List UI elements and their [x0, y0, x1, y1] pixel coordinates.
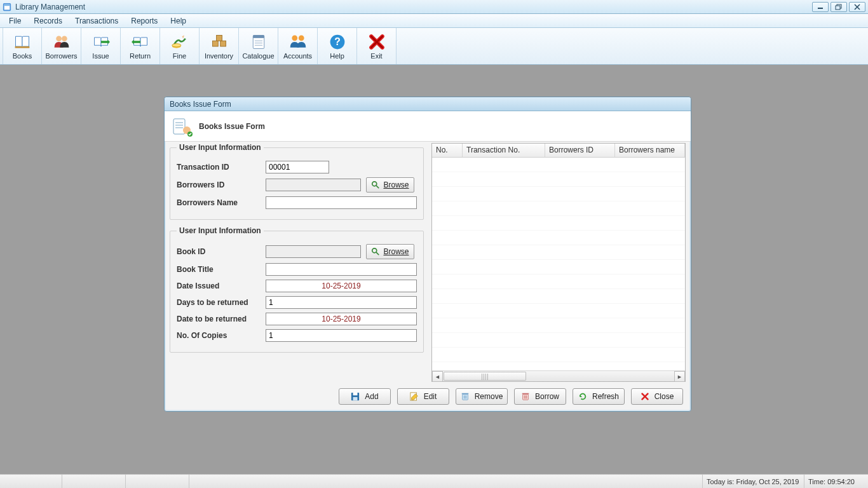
browse-label: Browse — [383, 180, 409, 189]
status-cell-1 — [0, 475, 62, 488]
edit-button[interactable]: Edit — [397, 388, 449, 405]
label-book-title: Book Title — [177, 265, 266, 274]
form-banner-icon — [172, 116, 193, 137]
button-label: Borrow — [535, 392, 559, 401]
refresh-button[interactable]: Refresh — [573, 388, 625, 405]
status-spacer — [189, 475, 703, 488]
svg-line-30 — [376, 186, 379, 188]
menu-file[interactable]: File — [3, 15, 27, 27]
svg-rect-11 — [212, 41, 218, 46]
book-icon — [13, 33, 31, 51]
svg-rect-34 — [353, 393, 358, 395]
grid-col-transaction[interactable]: Transaction No. — [463, 144, 545, 157]
toolbar-label: Issue — [92, 52, 109, 60]
people-icon — [53, 33, 71, 51]
scroll-right-button[interactable]: ► — [674, 371, 685, 382]
menu-transactions[interactable]: Transactions — [69, 15, 125, 27]
label-days-return: Days to be returned — [177, 298, 266, 307]
scroll-thumb[interactable] — [444, 372, 526, 381]
button-label: Close — [654, 392, 674, 401]
book-title-input[interactable] — [266, 263, 417, 276]
days-return-input[interactable] — [266, 296, 417, 309]
svg-rect-13 — [216, 35, 222, 41]
grid-hscrollbar[interactable]: ◄ ► — [432, 370, 685, 381]
toolbar-fine[interactable]: Fine — [160, 28, 200, 64]
label-book-id: Book ID — [177, 247, 266, 256]
grid-col-no[interactable]: No. — [432, 144, 463, 157]
toolbar-label: Help — [330, 52, 344, 60]
svg-point-20 — [298, 35, 304, 41]
trash-icon — [521, 392, 530, 401]
date-issued-input[interactable] — [266, 280, 417, 292]
transaction-id-input[interactable] — [266, 161, 329, 173]
close-button[interactable]: Close — [631, 388, 683, 405]
svg-rect-38 — [461, 393, 468, 395]
restore-button[interactable] — [831, 2, 847, 12]
scroll-left-button[interactable]: ◄ — [432, 371, 443, 382]
fine-icon — [171, 33, 189, 51]
svg-rect-3 — [818, 8, 823, 9]
svg-rect-43 — [522, 393, 529, 395]
accounts-icon — [289, 33, 307, 51]
form-banner-title: Books Issue Form — [199, 122, 265, 131]
toolbar-accounts[interactable]: Accounts — [278, 28, 318, 64]
svg-point-10 — [172, 43, 180, 46]
svg-rect-12 — [220, 41, 226, 46]
toolbar-label: Inventory — [205, 52, 233, 60]
group2-legend: User Input Information — [177, 226, 264, 235]
button-label: Edit — [424, 392, 437, 401]
menu-records[interactable]: Records — [27, 15, 69, 27]
search-icon — [371, 247, 380, 256]
transactions-grid[interactable]: No. Transaction No. Borrowers ID Borrowe… — [431, 143, 686, 382]
browse-label: Browse — [383, 247, 409, 256]
return-icon — [132, 33, 149, 51]
mdi-area: Books Issue Form Books Issue Form User I… — [0, 65, 868, 474]
menubar: File Records Transactions Reports Help — [0, 14, 868, 28]
svg-rect-2 — [4, 4, 10, 6]
issue-icon — [92, 33, 110, 51]
toolbar-exit[interactable]: Exit — [357, 28, 397, 64]
date-return-input[interactable] — [266, 313, 417, 325]
label-copies: No. Of Copies — [177, 331, 266, 340]
svg-text:?: ? — [334, 36, 341, 47]
toolbar-issue[interactable]: Issue — [81, 28, 121, 64]
toolbar-label: Catalogue — [242, 52, 274, 60]
toolbar-catalogue[interactable]: Catalogue — [239, 28, 278, 64]
toolbar-borrowers[interactable]: Borrowers — [42, 28, 81, 64]
grid-col-borrowers-name[interactable]: Borrowers name — [615, 144, 685, 157]
status-today: Today is: Friday, Oct 25, 2019 — [703, 475, 804, 488]
button-label: Add — [365, 392, 378, 401]
toolbar-books[interactable]: Books — [3, 28, 42, 64]
menu-help[interactable]: Help — [164, 15, 193, 27]
book-id-input[interactable] — [266, 245, 361, 258]
child-window-title: Books Issue Form — [165, 97, 691, 111]
toolbar-label: Exit — [370, 52, 382, 60]
toolbar-help[interactable]: ? Help — [318, 28, 357, 64]
statusbar: Today is: Friday, Oct 25, 2019 Time: 09:… — [0, 474, 868, 488]
button-label: Remove — [475, 392, 503, 401]
add-button[interactable]: Add — [339, 388, 391, 405]
grid-body[interactable] — [432, 158, 685, 370]
search-icon — [371, 180, 380, 189]
borrowers-name-input[interactable] — [266, 196, 417, 209]
grid-col-borrowers-id[interactable]: Borrowers ID — [545, 144, 615, 157]
borrow-button[interactable]: Borrow — [514, 388, 566, 405]
remove-button[interactable]: Remove — [456, 388, 508, 405]
svg-rect-35 — [353, 397, 358, 400]
toolbar-return[interactable]: Return — [121, 28, 160, 64]
close-window-button[interactable] — [849, 2, 865, 12]
browse-borrower-button[interactable]: Browse — [366, 177, 414, 193]
titlebar: Library Management — [0, 0, 868, 14]
toolbar-label: Return — [130, 52, 151, 60]
copies-input[interactable] — [266, 329, 417, 342]
minimize-button[interactable] — [812, 2, 829, 12]
svg-point-8 — [62, 36, 67, 41]
svg-rect-15 — [253, 35, 264, 37]
label-borrowers-id: Borrowers ID — [177, 180, 266, 189]
toolbar-inventory[interactable]: Inventory — [200, 28, 239, 64]
borrowers-id-input[interactable] — [266, 179, 361, 191]
menu-reports[interactable]: Reports — [125, 15, 164, 27]
label-borrowers-name: Borrowers Name — [177, 198, 266, 207]
browse-book-button[interactable]: Browse — [366, 244, 414, 259]
svg-rect-6 — [15, 46, 30, 48]
